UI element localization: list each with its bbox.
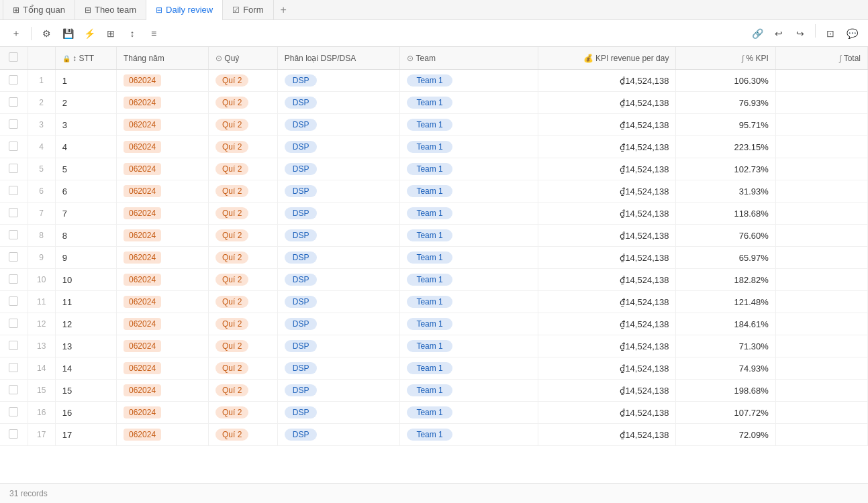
row-checkbox[interactable] [9,208,18,217]
cell-checkbox[interactable] [0,335,28,357]
tab-daily-review-label: Daily review [166,5,213,15]
cell-checkbox[interactable] [0,269,28,291]
cell-checkbox[interactable] [0,225,28,247]
cell-team: Team 1 [400,70,538,92]
cell-stt: 9 [55,247,116,269]
toolbar: ＋ ⚙ 💾 ⚡ ⊞ ↕ ≡ 🔗 ↩ ↪ ⊡ 💬 [0,20,868,47]
cell-checkbox[interactable] [0,158,28,180]
row-checkbox[interactable] [9,75,18,85]
th-kpi-revenue[interactable]: 💰 KPI revenue per day [538,47,676,70]
date-badge: 062024 [124,406,161,418]
cell-checkbox[interactable] [0,357,28,380]
cell-quy: Quí 2 [209,269,278,291]
th-pct-kpi[interactable]: ∫ % KPI [676,47,775,70]
cell-row-num: 7 [28,203,55,225]
row-checkbox[interactable] [9,341,18,350]
dsp-badge: DSP [285,141,318,153]
tab-daily-review[interactable]: ⊟ Daily review [146,0,223,20]
table-row: 7 7 062024 Quí 2 DSP Team 1 ₫14,524,138 … [0,203,868,225]
tab-theo-team[interactable]: ⊟ Theo team [75,0,146,20]
cell-team: Team 1 [400,180,538,203]
header-checkbox[interactable] [9,52,18,62]
save-button[interactable]: 💾 [58,24,77,43]
undo-button[interactable]: ↩ [769,24,788,43]
th-thang-nam[interactable]: Tháng năm [117,47,209,70]
quy-badge: Quí 2 [215,318,248,330]
footer: 31 records [0,483,868,503]
dsp-badge: DSP [285,252,318,264]
row-checkbox[interactable] [9,252,18,262]
cell-thang: 062024 [117,247,209,269]
row-checkbox[interactable] [9,274,18,284]
row-checkbox[interactable] [9,230,18,239]
sort-icon: ↕ [130,28,135,39]
table-icon: ⊟ [85,5,91,15]
more-button[interactable]: ≡ [144,24,163,43]
group-button[interactable]: ⊞ [101,24,120,43]
grid-icon: ⊞ [13,5,19,15]
th-phan-loai[interactable]: Phân loại DSP/DSA [277,47,400,70]
redo-button[interactable]: ↪ [791,24,810,43]
cell-kpi: ₫14,524,138 [538,92,676,114]
cell-phanloai: DSP [277,225,400,247]
add-row-button[interactable]: ＋ [7,24,26,43]
row-checkbox[interactable] [9,319,18,328]
th-checkbox[interactable] [0,47,28,70]
share-button[interactable]: ⊡ [821,24,840,43]
settings-button[interactable]: ⚙ [37,24,56,43]
cell-thang: 062024 [117,114,209,136]
cell-thang: 062024 [117,402,209,424]
cell-stt: 6 [55,180,116,203]
cell-checkbox[interactable] [0,291,28,313]
cell-checkbox[interactable] [0,92,28,114]
sort-button[interactable]: ↕ [123,24,142,43]
cell-stt: 15 [55,380,116,402]
cell-kpi: ₫14,524,138 [538,291,676,313]
row-checkbox[interactable] [9,186,18,195]
cell-phanloai: DSP [277,70,400,92]
comment-button[interactable]: 💬 [842,24,861,43]
cell-pct: 71.30% [676,335,775,357]
cell-phanloai: DSP [277,203,400,225]
row-checkbox[interactable] [9,363,18,372]
cell-checkbox[interactable] [0,380,28,402]
cell-checkbox[interactable] [0,180,28,203]
table-row: 10 10 062024 Quí 2 DSP Team 1 ₫14,524,13… [0,269,868,291]
row-checkbox[interactable] [9,407,18,416]
link-button[interactable]: 🔗 [748,24,767,43]
th-stt-label: STT [79,54,94,63]
th-total[interactable]: ∫ Total [775,47,867,70]
filter-button[interactable]: ⚡ [80,24,99,43]
th-stt[interactable]: 🔒 ↕ STT [55,47,116,70]
cell-kpi: ₫14,524,138 [538,114,676,136]
cell-checkbox[interactable] [0,313,28,335]
cell-checkbox[interactable] [0,402,28,424]
row-checkbox[interactable] [9,142,18,151]
cell-quy: Quí 2 [209,424,278,446]
date-badge: 062024 [124,97,161,109]
row-checkbox[interactable] [9,119,18,129]
th-kpi-label: KPI revenue per day [595,54,669,63]
cell-checkbox[interactable] [0,424,28,446]
tab-form[interactable]: ☑ Form [223,0,273,20]
cell-checkbox[interactable] [0,136,28,158]
cell-checkbox[interactable] [0,114,28,136]
row-checkbox[interactable] [9,296,18,306]
cell-kpi: ₫14,524,138 [538,70,676,92]
row-checkbox[interactable] [9,164,18,173]
cell-row-num: 9 [28,247,55,269]
add-tab-button[interactable]: + [274,4,293,16]
cell-kpi: ₫14,524,138 [538,335,676,357]
cell-checkbox[interactable] [0,70,28,92]
row-checkbox[interactable] [9,429,18,439]
row-checkbox[interactable] [9,97,18,107]
tab-tong-quan[interactable]: ⊞ Tổng quan [3,0,75,20]
th-team[interactable]: ⊙ Team [400,47,538,70]
row-checkbox[interactable] [9,385,18,394]
th-quy[interactable]: ⊙ Quý [209,47,278,70]
cell-quy: Quí 2 [209,180,278,203]
cell-checkbox[interactable] [0,203,28,225]
cell-checkbox[interactable] [0,247,28,269]
cell-team: Team 1 [400,136,538,158]
cell-pct: 102.73% [676,158,775,180]
